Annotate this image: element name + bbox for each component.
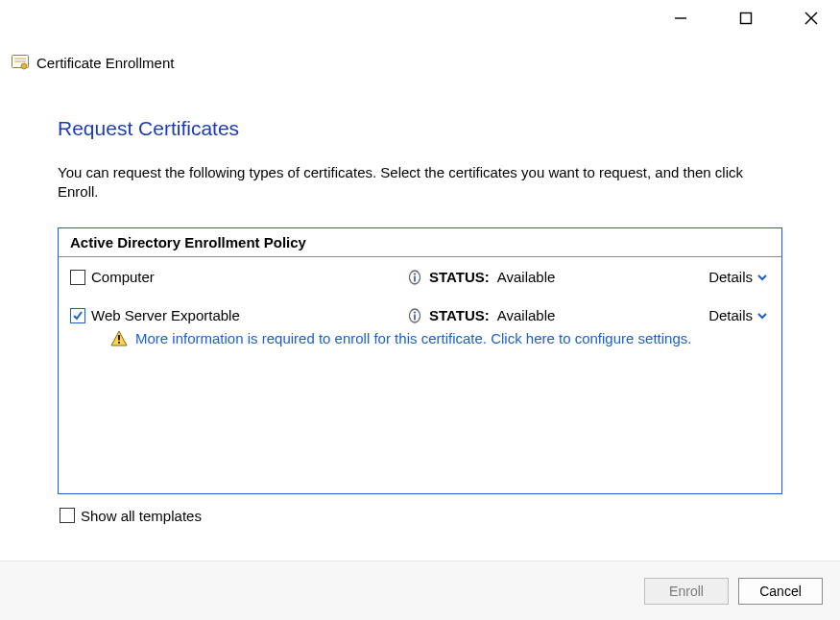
minimize-icon <box>674 12 687 25</box>
show-all-templates-checkbox[interactable] <box>60 508 75 523</box>
svg-point-9 <box>414 273 416 274</box>
svg-point-12 <box>414 311 416 313</box>
details-toggle-web-server-exportable[interactable]: Details <box>708 307 768 323</box>
cert-row-computer: Computer STATUS: Available <box>59 263 781 292</box>
details-toggle-computer[interactable]: Details <box>708 269 768 285</box>
page-instructions: You can request the following types of c… <box>58 163 782 203</box>
cert-warning-row: More information is required to enroll f… <box>59 330 781 353</box>
details-label: Details <box>708 307 753 323</box>
status-value: Available <box>497 307 556 323</box>
status-value: Available <box>497 269 556 285</box>
chevron-down-icon <box>756 272 768 283</box>
status-label: STATUS: <box>429 307 490 323</box>
policy-header: Active Directory Enrollment Policy <box>59 228 781 257</box>
cancel-button-label: Cancel <box>759 584 802 599</box>
svg-point-7 <box>21 63 27 69</box>
svg-rect-10 <box>414 275 416 281</box>
show-all-templates-label: Show all templates <box>81 508 202 524</box>
minimize-button[interactable] <box>660 4 702 33</box>
maximize-icon <box>739 12 753 25</box>
cert-name: Computer <box>91 269 155 285</box>
status-label: STATUS: <box>429 269 490 285</box>
svg-rect-16 <box>118 342 120 344</box>
window-header: Certificate Enrollment <box>0 36 840 71</box>
svg-rect-1 <box>741 13 752 24</box>
info-icon <box>406 307 423 324</box>
svg-rect-13 <box>414 314 416 320</box>
page-heading: Request Certificates <box>58 117 782 140</box>
close-button[interactable] <box>790 4 832 33</box>
titlebar <box>0 0 840 36</box>
configure-settings-link[interactable]: More information is required to enroll f… <box>135 330 691 346</box>
warning-icon <box>110 330 128 347</box>
close-icon <box>804 12 818 25</box>
details-label: Details <box>708 269 753 285</box>
policy-box: Active Directory Enrollment Policy Compu… <box>58 227 782 494</box>
maximize-button[interactable] <box>725 4 767 33</box>
cancel-button[interactable]: Cancel <box>738 578 823 605</box>
enroll-button[interactable]: Enroll <box>644 578 729 605</box>
cert-list: Computer STATUS: Available <box>59 257 781 353</box>
cert-checkbox-computer[interactable] <box>70 270 85 285</box>
cert-checkbox-web-server-exportable[interactable] <box>70 308 85 323</box>
window-title: Certificate Enrollment <box>36 55 174 71</box>
cert-row-web-server-exportable: Web Server Exportable STATUS: Available <box>59 301 781 330</box>
chevron-down-icon <box>756 310 768 322</box>
info-icon <box>406 269 423 286</box>
cert-name: Web Server Exportable <box>91 307 240 323</box>
show-all-templates-row: Show all templates <box>58 494 782 524</box>
svg-rect-15 <box>118 335 120 341</box>
footer: Enroll Cancel <box>0 560 840 620</box>
certificate-icon <box>12 54 29 71</box>
enroll-button-label: Enroll <box>669 584 704 599</box>
